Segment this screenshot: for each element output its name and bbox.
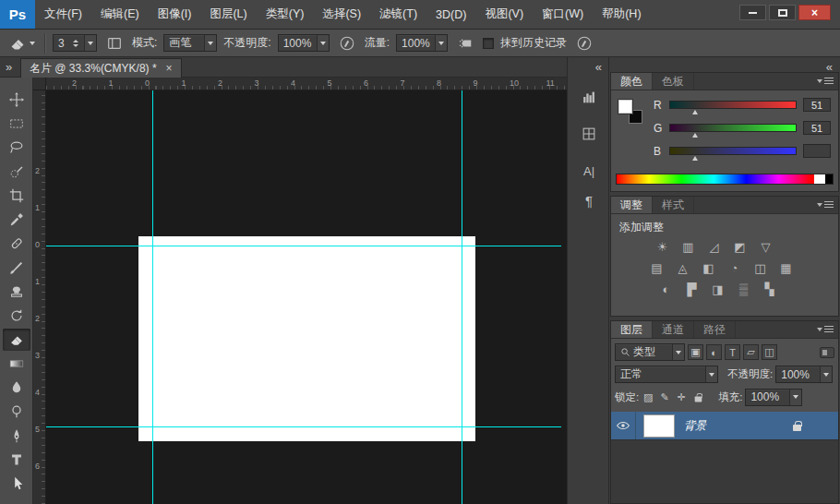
menu-select[interactable]: 选择(S) xyxy=(313,0,370,29)
blue-channel-value[interactable] xyxy=(803,144,831,158)
maximize-button[interactable] xyxy=(769,5,796,20)
green-channel-slider[interactable] xyxy=(669,124,797,132)
exposure-icon[interactable]: ◩ xyxy=(731,239,749,254)
tool-pen[interactable] xyxy=(3,425,30,447)
layer-thumbnail[interactable] xyxy=(643,414,675,438)
panel-menu-icon[interactable] xyxy=(817,200,834,210)
lock-position-icon[interactable]: ✛ xyxy=(674,391,689,403)
info-panel-button[interactable] xyxy=(575,122,603,146)
brush-size-picker[interactable]: 3 xyxy=(53,34,97,52)
mode-dropdown[interactable]: 画笔 xyxy=(163,34,217,52)
menu-3d[interactable]: 3D(D) xyxy=(426,0,475,29)
panel-menu-icon[interactable] xyxy=(817,77,834,86)
gradient-map-icon[interactable]: ▒ xyxy=(735,282,752,296)
menu-help[interactable]: 帮助(H) xyxy=(593,0,650,29)
collapse-tools-icon[interactable]: » xyxy=(6,61,12,73)
smart-object-filter-icon[interactable]: ◫ xyxy=(762,344,777,360)
erase-to-history-checkbox[interactable] xyxy=(483,38,494,49)
lock-all-icon[interactable] xyxy=(690,392,705,402)
tool-dodge[interactable] xyxy=(3,401,30,423)
pressure-size-button[interactable] xyxy=(573,33,595,54)
invert-icon[interactable]: ◐ xyxy=(657,282,675,296)
color-lookup-icon[interactable]: ▦ xyxy=(777,260,795,275)
tool-lasso[interactable] xyxy=(3,137,30,159)
foreground-background-swatches[interactable] xyxy=(618,100,648,129)
color-balance-icon[interactable]: ◬ xyxy=(674,260,691,275)
tool-brush[interactable] xyxy=(3,257,30,279)
tool-move[interactable] xyxy=(3,89,30,111)
layer-visibility-toggle[interactable] xyxy=(611,412,636,439)
menu-window[interactable]: 窗口(W) xyxy=(533,0,593,29)
filter-type-dropdown[interactable]: 类型 xyxy=(615,343,685,361)
document-tab[interactable]: 名片 @ 33.3%(CMYK/8) * × xyxy=(20,58,182,78)
type-layer-filter-icon[interactable]: T xyxy=(725,344,740,360)
tab-layers[interactable]: 图层 xyxy=(611,321,653,338)
menu-filter[interactable]: 滤镜(T) xyxy=(370,0,426,29)
tool-clone-stamp[interactable] xyxy=(3,281,30,303)
paragraph-panel-button[interactable]: ¶ xyxy=(575,188,603,212)
slider-marker-icon[interactable] xyxy=(692,133,698,138)
menu-view[interactable]: 视图(V) xyxy=(475,0,533,29)
tab-adjustments[interactable]: 调整 xyxy=(611,197,653,213)
posterize-icon[interactable]: ▛ xyxy=(683,282,701,296)
expand-dock-icon[interactable]: « xyxy=(595,61,602,73)
tab-styles[interactable]: 样式 xyxy=(653,197,694,213)
guide-horizontal-bottom[interactable] xyxy=(46,426,561,427)
tool-preset-picker[interactable] xyxy=(6,32,38,54)
character-panel-button[interactable]: A| xyxy=(575,159,603,183)
close-tab-icon[interactable]: × xyxy=(166,62,173,75)
shape-layer-filter-icon[interactable]: ▱ xyxy=(743,344,759,360)
histogram-panel-button[interactable] xyxy=(575,85,603,109)
red-channel-slider[interactable] xyxy=(669,101,797,109)
canvas-pasteboard[interactable] xyxy=(46,90,567,504)
pressure-opacity-button[interactable] xyxy=(336,33,358,54)
spectrum-white-swatch[interactable] xyxy=(814,174,825,184)
toggle-brush-panel-button[interactable] xyxy=(103,33,126,54)
tool-type[interactable] xyxy=(3,449,30,471)
tool-blur[interactable] xyxy=(3,377,30,399)
tool-spot-healing[interactable] xyxy=(3,233,30,255)
brightness-contrast-icon[interactable]: ☀ xyxy=(654,239,671,254)
tab-channels[interactable]: 通道 xyxy=(653,321,694,338)
tool-eraser[interactable] xyxy=(3,329,30,351)
guide-vertical-right[interactable] xyxy=(462,90,462,504)
curves-icon[interactable]: ◿ xyxy=(705,239,723,254)
guide-vertical-left[interactable] xyxy=(152,90,153,504)
menu-layer[interactable]: 图层(L) xyxy=(200,0,256,29)
tool-quick-selection[interactable] xyxy=(3,161,30,183)
panel-menu-icon[interactable] xyxy=(817,325,834,334)
lock-transparency-icon[interactable]: ▨ xyxy=(641,391,655,403)
menu-type[interactable]: 类型(Y) xyxy=(257,0,314,29)
black-white-icon[interactable]: ◧ xyxy=(700,260,717,275)
tool-eyedropper[interactable] xyxy=(3,209,30,231)
vertical-ruler[interactable]: 210123456 xyxy=(33,90,46,504)
channel-mixer-icon[interactable]: ◫ xyxy=(751,260,769,275)
tab-paths[interactable]: 路径 xyxy=(694,321,736,338)
hue-saturation-icon[interactable]: ▤ xyxy=(648,260,666,275)
red-channel-value[interactable]: 51 xyxy=(803,98,831,112)
background-layer-row[interactable]: 背景 xyxy=(611,412,838,440)
menu-file[interactable]: 文件(F) xyxy=(35,0,91,29)
vibrance-icon[interactable]: ▽ xyxy=(757,239,774,254)
selective-color-icon[interactable]: ▚ xyxy=(761,282,778,296)
tab-color[interactable]: 颜色 xyxy=(611,73,653,90)
pixel-layer-filter-icon[interactable]: ▣ xyxy=(688,344,703,360)
airbrush-button[interactable] xyxy=(454,33,476,54)
menu-edit[interactable]: 编辑(E) xyxy=(91,0,149,29)
menu-image[interactable]: 图像(I) xyxy=(149,0,201,29)
foreground-color-swatch[interactable] xyxy=(618,100,632,114)
blend-mode-dropdown[interactable]: 正常 xyxy=(615,366,718,383)
minimize-button[interactable] xyxy=(739,5,766,20)
lock-pixels-icon[interactable]: ✎ xyxy=(657,391,672,403)
layer-opacity-dropdown[interactable]: 100% xyxy=(775,366,833,383)
color-spectrum-ramp[interactable] xyxy=(616,174,834,185)
guide-horizontal-top[interactable] xyxy=(46,246,561,246)
levels-icon[interactable]: ▥ xyxy=(679,239,697,254)
tab-swatches[interactable]: 色板 xyxy=(653,73,694,90)
ruler-origin[interactable] xyxy=(33,78,46,90)
tool-crop[interactable] xyxy=(3,185,30,207)
tool-rect-marquee[interactable] xyxy=(3,113,30,135)
tool-gradient[interactable] xyxy=(3,353,30,375)
layer-filtering-toggle[interactable] xyxy=(820,347,834,358)
green-channel-value[interactable]: 51 xyxy=(803,121,831,135)
